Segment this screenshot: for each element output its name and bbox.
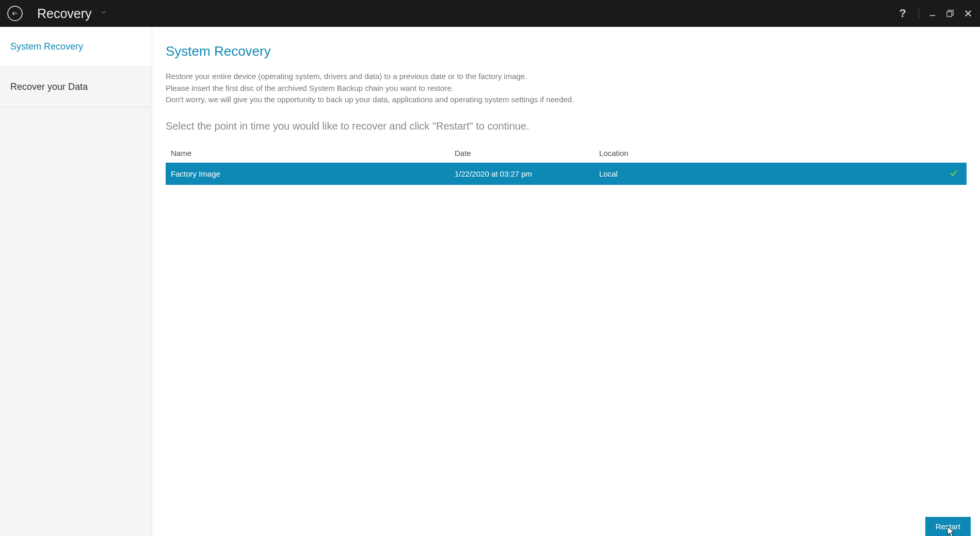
page-title: System Recovery [166,43,967,59]
arrow-left-icon [11,10,19,17]
sidebar-item-system-recovery[interactable]: System Recovery [0,27,152,67]
desc-line: Don't worry, we will give you the opport… [166,94,967,106]
sidebar-item-label: Recover your Data [10,82,88,92]
header-date: Date [455,149,599,157]
header-location: Location [599,149,941,157]
table-row[interactable]: Factory Image 1/22/2020 at 03:27 pm Loca… [166,163,967,185]
row-name: Factory Image [166,169,455,178]
help-button[interactable]: ? [899,7,906,20]
row-check [941,168,967,179]
description: Restore your entire device (operating sy… [166,71,967,106]
header-name: Name [166,149,455,157]
window-controls: ? [899,7,973,20]
sidebar-item-label: System Recovery [10,41,83,52]
maximize-icon [946,9,954,18]
maximize-button[interactable] [946,9,954,18]
recovery-points-table: Name Date Location Factory Image 1/22/20… [166,144,967,185]
sidebar: System Recovery Recover your Data [0,27,152,536]
select-prompt: Select the point in time you would like … [166,120,967,132]
titlebar: Recovery ? [0,0,980,27]
row-date: 1/22/2020 at 03:27 pm [455,169,599,178]
table-header: Name Date Location [166,144,967,163]
title-dropdown[interactable] [100,9,107,18]
chevron-down-icon [100,9,107,16]
minimize-icon [928,9,937,18]
main-panel: System Recovery Restore your entire devi… [152,27,980,536]
restart-label: Restart [936,522,960,531]
svg-rect-2 [947,12,952,17]
sidebar-item-recover-data[interactable]: Recover your Data [0,67,152,107]
separator [919,8,919,19]
close-button[interactable] [963,9,973,18]
row-location: Local [599,169,941,178]
minimize-button[interactable] [928,9,937,18]
desc-line: Please insert the first disc of the arch… [166,83,967,94]
app-title: Recovery [37,6,92,21]
back-button[interactable] [7,6,23,21]
desc-line: Restore your entire device (operating sy… [166,71,967,83]
restart-button[interactable]: Restart [925,517,971,536]
checkmark-icon [949,168,958,178]
close-icon [963,9,973,18]
